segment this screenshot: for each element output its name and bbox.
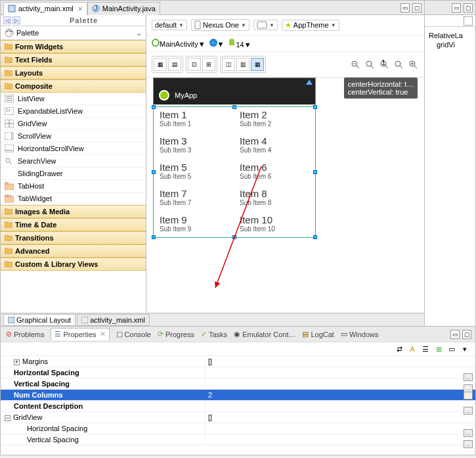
palette-item-slidingdrawer[interactable]: SlidingDrawer	[1, 168, 146, 180]
prop-tool-3[interactable]: ☰	[420, 344, 431, 354]
palette-item-expandablelistview[interactable]: ExpandableListView	[1, 105, 146, 118]
outline-tool-icon[interactable]	[464, 16, 473, 26]
zoom-fit-icon[interactable]	[364, 58, 376, 70]
svg-point-6	[11, 31, 12, 33]
prop-tool-4[interactable]: ⊞	[433, 344, 444, 354]
theme-combo[interactable]: ★AppTheme▼	[282, 20, 339, 31]
prop-row-vspacing[interactable]: Vertical Spacing…	[1, 378, 475, 390]
device-combo[interactable]: Nexus One▼	[191, 19, 249, 31]
prop-edit-button[interactable]: …	[464, 392, 473, 400]
ltab-progress[interactable]: ⟳Progress	[158, 330, 194, 338]
outline-tree[interactable]: RelativeLa gridVi	[425, 27, 475, 53]
device-preview[interactable]: MyApp Item 1Sub Item 1Item 2Sub Item 2It…	[153, 78, 316, 238]
expand-icon[interactable]: +	[14, 359, 20, 365]
palette-item-tabhost[interactable]: TabHost	[1, 180, 146, 193]
palette-cat-form-widgets[interactable]: Form Widgets	[1, 40, 146, 53]
cell-subtitle: Sub Item 8	[240, 199, 309, 206]
zoom-in-icon[interactable]	[407, 58, 419, 70]
prop-row-gv-hspacing[interactable]: Horizontal Spacing…	[1, 423, 475, 434]
ltab-properties[interactable]: ☰Properties✕	[51, 328, 109, 340]
ltab-logcat[interactable]: ▤LogCat	[302, 330, 334, 338]
minimize-icon[interactable]: ▭	[450, 330, 460, 339]
activity-combo[interactable]: MainActivity▼	[152, 39, 206, 48]
locale-combo[interactable]: ▼	[209, 39, 225, 48]
outline-node-gridview[interactable]: gridVi	[429, 40, 471, 49]
zoom-out-icon[interactable]	[349, 58, 361, 70]
toggle-grid-button[interactable]: ▤	[168, 58, 181, 71]
palette-fwd-icon[interactable]: ▷	[12, 16, 20, 24]
ltab-tasks[interactable]: ✓Tasks	[201, 330, 227, 338]
app-title: MyApp	[175, 91, 197, 99]
palette-item-listview[interactable]: ListView	[1, 93, 146, 105]
prop-edit-button[interactable]: …	[464, 429, 473, 437]
phone-icon	[194, 20, 201, 30]
close-icon[interactable]: ✕	[77, 5, 83, 12]
align-button-2[interactable]: ⊞	[202, 58, 215, 71]
properties-table[interactable]: +Margins[] Horizontal Spacing… Vertical …	[1, 356, 475, 455]
maximize-icon[interactable]: ▢	[462, 330, 471, 339]
prop-row-contentdesc[interactable]: Content Description…	[1, 401, 475, 412]
prop-edit-button[interactable]: …	[464, 440, 473, 448]
prop-row-margins[interactable]: +Margins[]	[1, 356, 475, 367]
toggle-bounds-button[interactable]: ▦	[154, 58, 167, 71]
palette-cat-layouts[interactable]: Layouts	[1, 66, 146, 80]
prop-edit-button[interactable]: …	[464, 373, 473, 381]
palette-cat-custom[interactable]: Custom & Library Views	[1, 258, 146, 271]
ltab-problems[interactable]: ⊘Problems	[6, 330, 44, 338]
palette-item-searchview[interactable]: SearchView	[1, 155, 146, 168]
palette-cat-time-date[interactable]: Time & Date	[1, 218, 146, 231]
minimize-icon[interactable]: ▭	[400, 3, 410, 12]
prop-tool-5[interactable]: ▭	[446, 344, 457, 354]
layout-grid-button[interactable]: ▦	[251, 58, 264, 71]
layout-v-button[interactable]: ▥	[236, 58, 249, 71]
grid-cell: Item 6Sub Item 6	[234, 158, 314, 184]
emulator-icon: ◉	[234, 330, 240, 338]
prop-row-gv-vspacing[interactable]: Vertical Spacing…	[1, 434, 475, 446]
close-icon[interactable]: ✕	[100, 330, 106, 338]
api-combo[interactable]: 14▼	[228, 38, 251, 49]
maximize-icon[interactable]: ▢	[412, 3, 422, 12]
btab-xml[interactable]: activity_main.xml	[77, 314, 150, 326]
gridview-widget[interactable]: Item 1Sub Item 1Item 2Sub Item 2Item 3Su…	[154, 104, 315, 237]
align-button-1[interactable]: ⊡	[188, 58, 201, 71]
tab-activity-main-xml[interactable]: activity_main.xml ✕	[3, 2, 87, 15]
palette-item-horizontalscrollview[interactable]: HorizontalScrollView	[1, 143, 146, 155]
folder-icon	[5, 261, 12, 267]
zoom-100-icon[interactable]: 1	[378, 58, 390, 70]
svg-rect-43	[8, 317, 14, 323]
prop-row-numcolumns[interactable]: Num Columns2…	[1, 390, 475, 401]
ltab-windows[interactable]: ▭Windows	[341, 330, 379, 338]
minimize-icon[interactable]: ▭	[452, 3, 461, 12]
palette-cat-transitions[interactable]: Transitions	[1, 231, 146, 244]
ltab-console[interactable]: ▢Console	[116, 330, 151, 338]
orientation-combo[interactable]: ▼	[253, 20, 278, 30]
palette-cat-text-fields[interactable]: Text Fields	[1, 53, 146, 66]
config-bar-2: MainActivity▼ ▼ 14▼	[146, 35, 424, 52]
prop-tool-1[interactable]: ⇄	[394, 344, 404, 354]
collapse-icon[interactable]: −	[5, 415, 11, 421]
palette-cat-images-media[interactable]: Images & Media	[1, 205, 146, 218]
btab-graphical-layout[interactable]: Graphical Layout	[3, 314, 76, 326]
device-config-combo[interactable]: default▼	[152, 20, 187, 30]
layout-h-button[interactable]: ◫	[222, 58, 235, 71]
prop-row-gridview[interactable]: −GridView[]	[1, 412, 475, 423]
palette-item-scrollview[interactable]: ScrollView	[1, 130, 146, 143]
cell-subtitle: Sub Item 2	[240, 120, 309, 127]
prop-tool-2[interactable]: A	[407, 344, 418, 354]
zoom-actual-icon[interactable]	[393, 58, 404, 70]
device-canvas[interactable]: MyApp Item 1Sub Item 1Item 2Sub Item 2It…	[146, 78, 424, 313]
outline-node-relativelayout[interactable]: RelativeLa	[429, 31, 471, 40]
maximize-icon[interactable]: ▢	[464, 3, 473, 12]
palette-cat-composite[interactable]: Composite	[1, 80, 146, 93]
tab-mainactivity-java[interactable]: J MainActivity.java	[87, 2, 160, 15]
prop-row-hspacing[interactable]: Horizontal Spacing…	[1, 367, 475, 378]
palette-back-icon[interactable]: ◁	[3, 16, 11, 24]
palette-item-tabwidget[interactable]: TabWidget	[1, 193, 146, 205]
svg-rect-26	[257, 22, 267, 28]
palette-selector[interactable]: Palette ⌄	[1, 26, 146, 40]
palette-item-gridview[interactable]: GridView	[1, 118, 146, 130]
prop-tool-6[interactable]: ▾	[460, 344, 470, 354]
ltab-emulator[interactable]: ◉Emulator Cont…	[234, 330, 295, 338]
properties-toolbar: ⇄ A ☰ ⊞ ▭ ▾	[1, 342, 475, 356]
palette-cat-advanced[interactable]: Advanced	[1, 244, 146, 258]
